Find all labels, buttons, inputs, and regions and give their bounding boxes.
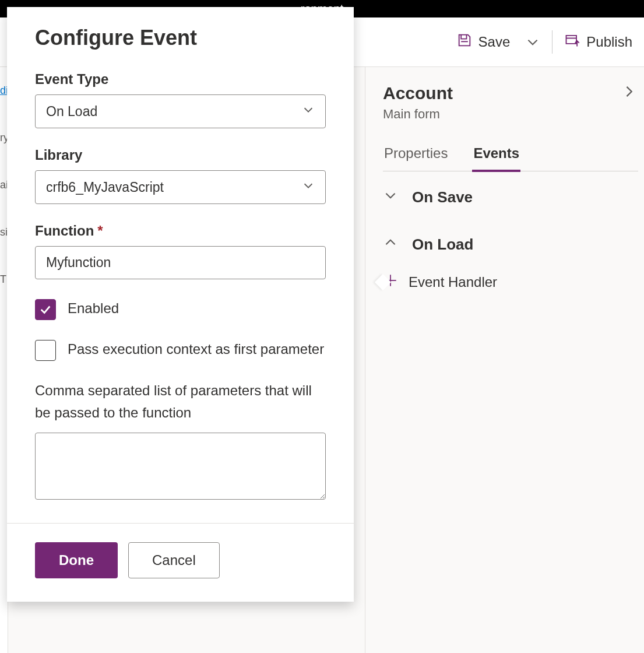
publish-icon bbox=[564, 32, 580, 52]
library-select[interactable]: crfb6_MyJavaScript bbox=[35, 170, 326, 204]
add-handler-label: Event Handler bbox=[409, 274, 497, 290]
add-event-handler-button[interactable]: Event Handler bbox=[383, 266, 638, 299]
done-button[interactable]: Done bbox=[35, 542, 118, 578]
tab-properties[interactable]: Properties bbox=[383, 139, 449, 171]
on-load-label: On Load bbox=[412, 236, 473, 254]
pass-context-checkbox[interactable] bbox=[35, 340, 56, 361]
event-type-value: On Load bbox=[46, 104, 97, 120]
panel-tabs: Properties Events bbox=[383, 139, 638, 171]
library-value: crfb6_MyJavaScript bbox=[46, 180, 164, 195]
dialog-title: Configure Event bbox=[35, 26, 326, 50]
publish-label: Publish bbox=[586, 34, 632, 50]
properties-panel: Account Main form Properties Events On S… bbox=[365, 67, 644, 653]
panel-title: Account bbox=[383, 83, 638, 103]
toolbar-separator bbox=[552, 30, 552, 54]
configure-event-dialog: Configure Event Event Type On Load Libra… bbox=[7, 7, 354, 602]
function-input[interactable] bbox=[35, 246, 326, 279]
save-dropdown-button[interactable] bbox=[519, 30, 546, 54]
enabled-label: Enabled bbox=[68, 298, 119, 319]
tab-events[interactable]: Events bbox=[472, 139, 520, 172]
chevron-up-icon bbox=[383, 235, 398, 254]
chevron-down-icon bbox=[302, 179, 315, 195]
required-asterisk: * bbox=[97, 223, 103, 238]
on-save-section-toggle[interactable]: On Save bbox=[383, 171, 638, 219]
chevron-down-icon bbox=[302, 103, 315, 120]
collapse-panel-button[interactable] bbox=[621, 83, 637, 102]
function-label: Function* bbox=[35, 223, 326, 239]
event-type-label: Event Type bbox=[35, 71, 326, 87]
pass-context-label: Pass execution context as first paramete… bbox=[68, 339, 324, 360]
save-icon bbox=[456, 32, 473, 52]
save-button[interactable]: Save bbox=[451, 27, 516, 57]
panel-subtitle: Main form bbox=[383, 107, 638, 122]
publish-button[interactable]: Publish bbox=[558, 27, 638, 57]
on-save-label: On Save bbox=[412, 188, 473, 206]
cancel-button[interactable]: Cancel bbox=[128, 542, 220, 578]
library-label: Library bbox=[35, 147, 326, 163]
parameters-textarea[interactable] bbox=[35, 433, 326, 500]
save-label: Save bbox=[478, 34, 511, 50]
enabled-checkbox[interactable] bbox=[35, 299, 56, 320]
on-load-section-toggle[interactable]: On Load bbox=[383, 219, 638, 266]
parameters-label: Comma separated list of parameters that … bbox=[35, 380, 326, 424]
chevron-down-icon bbox=[383, 188, 398, 207]
event-type-select[interactable]: On Load bbox=[35, 94, 326, 128]
